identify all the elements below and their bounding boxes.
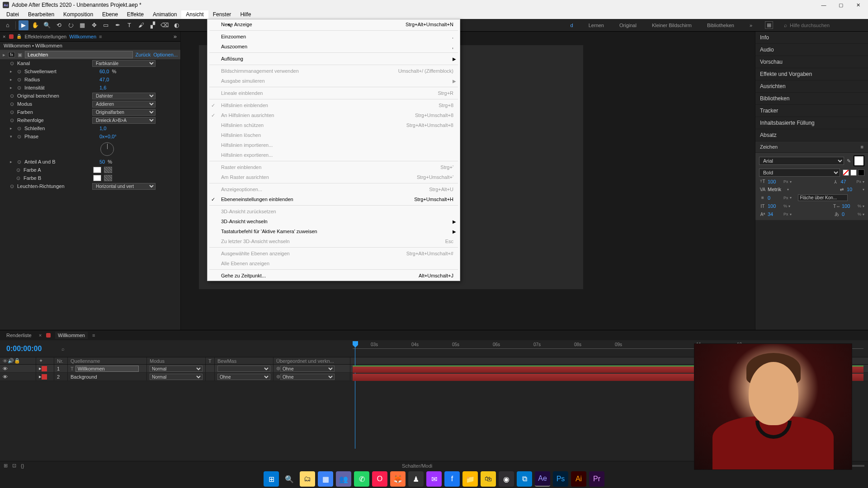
prop-intensitaet-value[interactable]: 1,6 bbox=[99, 85, 106, 90]
tab-close-icon[interactable]: × bbox=[39, 333, 42, 338]
pickwhip-icon[interactable]: ⊚ bbox=[276, 366, 280, 371]
panel-close-icon[interactable]: × bbox=[2, 34, 6, 39]
panel-vorschau[interactable]: Vorschau bbox=[755, 56, 868, 68]
panel-bibliotheken[interactable]: Bibliotheken bbox=[755, 93, 868, 105]
taskbar-files-icon[interactable]: 📁 bbox=[462, 471, 478, 487]
tl-footer-icon[interactable]: ⊞ bbox=[4, 463, 8, 469]
kerning-value[interactable]: Metrik bbox=[768, 187, 786, 192]
taskbar-widgets-icon[interactable]: ▦ bbox=[318, 471, 333, 487]
effect-options-link[interactable]: Optionen... bbox=[153, 52, 178, 57]
phase-dial[interactable] bbox=[100, 142, 114, 156]
zoom-tool-icon[interactable]: 🔍 bbox=[42, 20, 52, 30]
panel-menu-icon[interactable]: ≡ bbox=[99, 34, 102, 39]
tl-footer-icon[interactable]: {} bbox=[21, 463, 24, 469]
stopwatch-icon[interactable]: ⊙ bbox=[16, 175, 21, 181]
font-size-value[interactable]: 100 bbox=[768, 179, 782, 184]
orbit-tool-icon[interactable]: ⟲ bbox=[54, 20, 64, 30]
eyedropper-icon[interactable]: ✎ bbox=[847, 158, 851, 164]
layer-trkmat-select[interactable] bbox=[217, 366, 270, 372]
hand-tool-icon[interactable]: ✋ bbox=[30, 20, 40, 30]
panel-effekte[interactable]: Effekte und Vorgaben bbox=[755, 68, 868, 80]
taskbar-obs-icon[interactable]: ◉ bbox=[499, 471, 514, 487]
prop-schwellenwert-value[interactable]: 60,0 bbox=[99, 69, 109, 74]
pen-tool-icon[interactable]: ✒ bbox=[113, 20, 123, 30]
effect-name[interactable]: Leuchten bbox=[25, 51, 133, 58]
close-button[interactable]: ✕ bbox=[854, 2, 863, 8]
menu-item[interactable]: Auflösung▶ bbox=[208, 54, 460, 64]
anchor-tool-icon[interactable]: ✥ bbox=[89, 20, 99, 30]
fill-over-stroke-select[interactable]: Fläche über Kon... bbox=[798, 194, 848, 201]
workspace-grid-icon[interactable]: ▦ bbox=[765, 21, 773, 29]
color-b-swatch[interactable] bbox=[93, 175, 101, 181]
layer-name[interactable]: Background bbox=[71, 374, 134, 380]
menu-item[interactable]: Neue AnzeigeStrg+Alt+Umschalt+N bbox=[208, 19, 460, 29]
layer-trkmat-select[interactable]: Ohne bbox=[217, 374, 270, 380]
taskbar-pr-icon[interactable]: Pr bbox=[589, 471, 604, 487]
layer-visibility-icon[interactable]: 👁 bbox=[3, 366, 8, 371]
pickwhip-icon[interactable]: ⊚ bbox=[276, 374, 280, 380]
effect-toggle-icon[interactable]: ▸ bbox=[3, 52, 5, 58]
rotate-tool-icon[interactable]: ⭮ bbox=[66, 20, 75, 30]
taskbar-ps-icon[interactable]: Ps bbox=[553, 471, 568, 487]
tab-renderliste[interactable]: Renderliste bbox=[4, 332, 34, 339]
selection-tool-icon[interactable]: ▶ bbox=[19, 20, 28, 30]
font-weight-select[interactable]: Bold bbox=[759, 169, 840, 177]
menu-komposition[interactable]: Komposition bbox=[59, 10, 98, 19]
leading-value[interactable]: 47 bbox=[840, 179, 855, 184]
prop-kanal-value[interactable]: Farbkanäle bbox=[92, 60, 156, 67]
prop-phase-value[interactable]: 0x+0,0° bbox=[99, 134, 117, 139]
clone-tool-icon[interactable]: ▞ bbox=[148, 20, 158, 30]
taskbar-vscode-icon[interactable]: ⧉ bbox=[517, 471, 532, 487]
effect-visibility-icon[interactable]: ▣ bbox=[18, 52, 22, 58]
panel-audio[interactable]: Audio bbox=[755, 44, 868, 56]
prop-richtungen-value[interactable]: Horizontal und vert bbox=[92, 183, 156, 190]
fill-white-icon[interactable] bbox=[850, 169, 857, 176]
effect-back-link[interactable]: Zurück bbox=[136, 52, 151, 57]
layer-name[interactable]: Willkommen bbox=[75, 366, 139, 372]
tab-willkommen[interactable]: Willkommen bbox=[55, 332, 88, 339]
camera-tool-icon[interactable]: ▦ bbox=[77, 20, 87, 30]
menu-hilfe[interactable]: Hilfe bbox=[236, 10, 255, 19]
menu-effekte[interactable]: Effekte bbox=[123, 10, 148, 19]
tsume-value[interactable]: 0 bbox=[842, 211, 856, 217]
tl-footer-icon[interactable]: ⊡ bbox=[12, 463, 16, 469]
eraser-tool-icon[interactable]: ⌫ bbox=[160, 20, 170, 30]
panel-expand-icon[interactable]: » bbox=[174, 33, 179, 40]
menu-item[interactable]: ✓Ebeneneinstellungen einblendenStrg+Umsc… bbox=[208, 194, 460, 204]
menu-datei[interactable]: Datei bbox=[2, 10, 24, 19]
vscale-value[interactable]: 100 bbox=[768, 203, 782, 209]
prop-reihenfolge-value[interactable]: Dreieck A>B>A bbox=[92, 117, 156, 124]
roto-tool-icon[interactable]: ◐ bbox=[171, 20, 181, 30]
brush-tool-icon[interactable]: 🖌 bbox=[136, 20, 146, 30]
playhead[interactable] bbox=[353, 341, 358, 347]
prop-original-value[interactable]: Dahinter bbox=[92, 93, 156, 99]
workspace-kleiner[interactable]: Kleiner Bildschirm bbox=[649, 21, 694, 30]
fill-color-swatch[interactable] bbox=[854, 155, 864, 166]
text-tool-icon[interactable]: T bbox=[124, 20, 134, 30]
menu-bearbeiten[interactable]: Bearbeiten bbox=[24, 10, 59, 19]
taskbar-teams-icon[interactable]: 👥 bbox=[336, 471, 351, 487]
prop-modus-value[interactable]: Addieren bbox=[92, 101, 156, 108]
tracking-value[interactable]: 10 bbox=[847, 187, 861, 192]
panel-info[interactable]: Info bbox=[755, 32, 868, 44]
workspace-original[interactable]: Original bbox=[617, 21, 639, 30]
menu-item[interactable]: Auszoomen, bbox=[208, 42, 460, 52]
effect-controls-tab-selected[interactable]: Willkommen bbox=[69, 34, 96, 39]
fx-badge[interactable]: fx bbox=[8, 52, 15, 57]
color-a-swatch[interactable] bbox=[93, 167, 101, 173]
timecode[interactable]: 0:00:00:00 bbox=[0, 345, 59, 353]
no-fill-icon[interactable] bbox=[843, 169, 849, 176]
panel-absatz[interactable]: Absatz bbox=[755, 129, 868, 141]
taskbar-search-icon[interactable]: 🔍 bbox=[282, 471, 297, 487]
taskbar-ae-icon[interactable]: Ae bbox=[535, 471, 550, 487]
timeline-search-icon[interactable]: ⌕ bbox=[61, 346, 65, 352]
taskbar-facebook-icon[interactable]: f bbox=[444, 471, 460, 487]
prop-schleifen-value[interactable]: 1,0 bbox=[99, 126, 106, 131]
menu-item[interactable]: Gehe zu Zeitpunkt...Alt+Umschalt+J bbox=[208, 271, 460, 281]
menu-item[interactable]: Einzoomen. bbox=[208, 32, 460, 42]
layer-color-chip[interactable] bbox=[42, 374, 47, 380]
taskbar-messenger-icon[interactable]: ✉ bbox=[426, 471, 442, 487]
workspace-more-icon[interactable]: » bbox=[747, 21, 755, 30]
layer-mode-select[interactable]: Normal bbox=[150, 366, 203, 372]
menu-ebene[interactable]: Ebene bbox=[98, 10, 123, 19]
